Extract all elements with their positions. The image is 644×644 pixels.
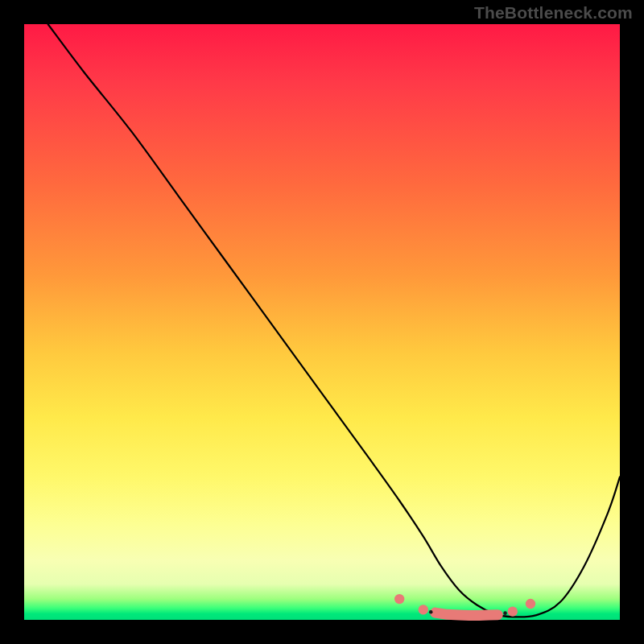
bottleneck-curve-path bbox=[48, 24, 620, 617]
connector-dot bbox=[503, 611, 507, 615]
highlight-dot bbox=[526, 599, 535, 609]
bottleneck-curve-svg bbox=[24, 24, 620, 620]
highlight-dot bbox=[419, 605, 428, 614]
highlight-dot bbox=[394, 594, 404, 604]
highlight-markers-group bbox=[394, 594, 535, 617]
image-frame: TheBottleneck.com bbox=[0, 0, 644, 644]
watermark-text: TheBottleneck.com bbox=[474, 3, 633, 23]
highlight-dot bbox=[508, 606, 518, 616]
connector-dot bbox=[429, 610, 433, 614]
highlight-segment bbox=[436, 613, 498, 615]
chart-plot-area bbox=[24, 24, 620, 620]
